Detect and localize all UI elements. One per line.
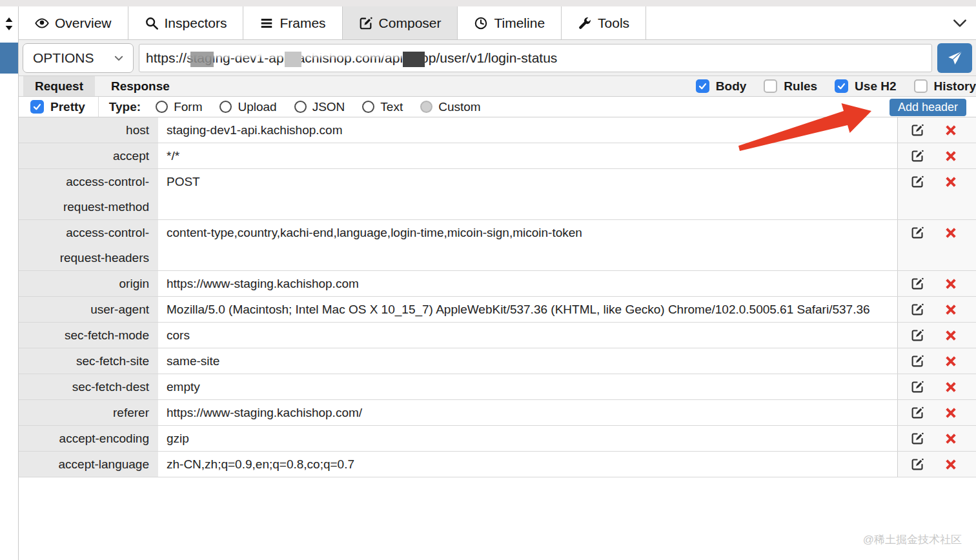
header-row: sec-fetch-destempty (19, 374, 976, 400)
chevron-down-icon[interactable] (951, 15, 968, 32)
header-key: host (19, 117, 158, 143)
send-request-button[interactable] (937, 43, 972, 73)
header-value: cors (158, 323, 897, 348)
radio-circle[interactable] (294, 101, 307, 113)
delete-header-icon[interactable] (945, 330, 957, 341)
radio-circle[interactable] (420, 101, 432, 113)
radio-circle[interactable] (219, 101, 232, 113)
edit-header-icon[interactable] (911, 149, 924, 163)
header-row: originhttps://www-staging.kachishop.com (19, 271, 976, 297)
header-value: staging-dev1-api.kachishop.com (158, 117, 897, 143)
header-row: accept*/* (19, 143, 976, 169)
delete-header-icon[interactable] (945, 125, 957, 136)
delete-header-icon[interactable] (945, 355, 957, 367)
header-actions (897, 297, 976, 322)
tab-label: Inspectors (165, 15, 227, 31)
request-headers-table: hoststaging-dev1-api.kachishop.comaccept… (19, 117, 976, 477)
toggle-label: Body (716, 79, 747, 94)
radio-form[interactable]: Form (156, 100, 202, 114)
tab-inspectors[interactable]: Inspectors (128, 6, 244, 39)
sort-updown-icon[interactable] (3, 16, 15, 32)
radio-circle[interactable] (362, 101, 374, 113)
header-row: refererhttps://www-staging.kachishop.com… (19, 400, 976, 426)
header-value: zh-CN,zh;q=0.9,en;q=0.8,co;q=0.7 (158, 452, 897, 477)
edit-header-icon[interactable] (911, 380, 924, 394)
header-key: origin (19, 271, 158, 296)
edit-header-icon[interactable] (911, 406, 924, 419)
window-top-strip (0, 0, 976, 6)
rail-selected-indicator[interactable] (0, 43, 18, 74)
header-key: accept-language (19, 452, 158, 477)
checkbox-rules[interactable] (764, 79, 777, 93)
edit-header-icon[interactable] (911, 123, 924, 137)
delete-header-icon[interactable] (945, 381, 957, 393)
select-arrow-icon (113, 52, 125, 64)
delete-header-icon[interactable] (945, 176, 957, 188)
delete-header-icon[interactable] (945, 227, 957, 239)
format-row: Pretty Type: FormUploadJSONTextCustom Ad… (19, 97, 976, 117)
toggle-label: History (934, 79, 976, 94)
delete-header-icon[interactable] (945, 150, 957, 162)
tab-response[interactable]: Response (99, 76, 181, 96)
header-key: sec-fetch-mode (19, 323, 158, 348)
header-actions (897, 348, 976, 374)
delete-header-icon[interactable] (945, 407, 957, 419)
tab-timeline[interactable]: Timeline (458, 6, 562, 39)
header-key: accept (19, 143, 158, 168)
toggle-label: Rules (784, 79, 817, 94)
radio-upload[interactable]: Upload (219, 100, 276, 114)
header-key: access-control-request-method (19, 169, 158, 219)
delete-header-icon[interactable] (945, 459, 957, 470)
toggle-use-h2[interactable]: Use H2 (835, 79, 896, 94)
header-key: accept-encoding (19, 426, 158, 451)
add-header-button[interactable]: Add header (890, 99, 966, 116)
edit-header-icon[interactable] (911, 303, 924, 316)
toggle-rules[interactable]: Rules (764, 79, 817, 94)
toggle-body[interactable]: Body (696, 79, 747, 94)
radio-circle[interactable] (156, 101, 168, 113)
pretty-toggle[interactable]: Pretty (19, 100, 98, 114)
wrench-icon (578, 16, 592, 30)
radio-json[interactable]: JSON (294, 100, 345, 114)
edit-header-icon[interactable] (911, 354, 924, 368)
radio-label: Upload (238, 100, 276, 114)
pretty-checkbox[interactable] (30, 100, 44, 114)
checkbox-body[interactable] (696, 79, 709, 93)
edit-header-icon[interactable] (911, 277, 924, 290)
header-value: https://www-staging.kachishop.com/ (158, 400, 897, 425)
url-prefix: https:// (146, 50, 187, 66)
header-row: sec-fetch-sitesame-site (19, 348, 976, 374)
edit-header-icon[interactable] (911, 432, 924, 445)
header-row: user-agentMozilla/5.0 (Macintosh; Intel … (19, 297, 976, 323)
toggle-history[interactable]: History (914, 79, 976, 94)
checkbox-use-h2[interactable] (835, 79, 848, 93)
edit-header-icon[interactable] (911, 457, 924, 471)
method-select[interactable]: OPTIONS (23, 43, 134, 73)
search-icon (145, 16, 159, 30)
header-actions (897, 374, 976, 399)
tab-label: Timeline (494, 15, 545, 31)
checkbox-history[interactable] (914, 79, 928, 93)
edit-header-icon[interactable] (911, 226, 924, 239)
delete-header-icon[interactable] (945, 278, 957, 290)
delete-header-icon[interactable] (945, 304, 957, 315)
radio-text[interactable]: Text (362, 100, 403, 114)
radio-label: Text (380, 100, 403, 114)
tab-frames[interactable]: Frames (243, 6, 342, 39)
tab-tools[interactable]: Tools (562, 6, 646, 39)
delete-header-icon[interactable] (945, 433, 957, 445)
radio-label: Custom (438, 100, 480, 114)
header-row: accept-encodinggzip (19, 426, 976, 452)
header-actions (897, 400, 976, 425)
url-input[interactable]: https://staging-dev1-api.kachishop.com/a… (139, 44, 932, 72)
tab-request[interactable]: Request (23, 76, 95, 96)
edit-header-icon[interactable] (911, 328, 924, 342)
tab-overview[interactable]: Overview (19, 6, 128, 39)
header-key: sec-fetch-site (19, 348, 158, 374)
check-icon (32, 102, 42, 112)
edit-header-icon[interactable] (911, 175, 924, 188)
header-actions (897, 220, 976, 270)
header-value: https://www-staging.kachishop.com (158, 271, 897, 296)
tab-composer[interactable]: Composer (343, 6, 458, 39)
radio-custom[interactable]: Custom (420, 100, 480, 114)
